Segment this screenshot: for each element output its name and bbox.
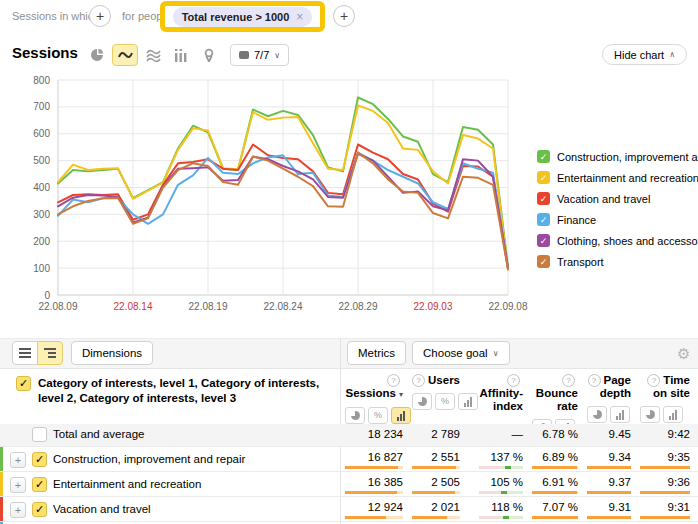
toggle-bars-button[interactable]	[391, 407, 411, 424]
chevron-down-icon: ∨	[274, 51, 280, 60]
chart-title: Sessions	[12, 44, 78, 61]
row-label[interactable]: Vacation and travel	[53, 503, 336, 515]
column-header-label[interactable]: ?Sessions▾	[345, 374, 403, 401]
legend-label: Clothing, shoes and accessories	[557, 235, 698, 247]
check-icon: ✓	[19, 377, 28, 390]
toggle-bars-button[interactable]	[663, 406, 683, 423]
metric-bar-fill	[640, 516, 690, 519]
legend-label: Entertainment and recreation	[557, 172, 698, 184]
row-label[interactable]: Construction, improvement and repair	[53, 453, 336, 465]
metric-bar-fill	[345, 466, 398, 469]
yandex-metrica-report: Sessions in which + for people with Tota…	[0, 0, 698, 524]
legend-checkbox[interactable]: ✓	[537, 192, 550, 205]
legend-label: Transport	[557, 256, 604, 268]
chart-type-stacked-button[interactable]	[140, 44, 166, 66]
settings-gear-icon[interactable]: ⚙	[677, 345, 690, 363]
row-checkbox[interactable]: ✓	[32, 452, 47, 467]
metric-bar-fill	[412, 466, 456, 469]
legend-item[interactable]: ✓ Transport	[537, 251, 698, 272]
toggle-percent-button[interactable]: %	[435, 393, 455, 410]
chart-type-columns-button[interactable]	[168, 44, 194, 66]
dimension-checkbox[interactable]: ✓	[16, 376, 31, 391]
column-header-label[interactable]: ?Bounce rate	[532, 374, 578, 413]
row-label[interactable]: Total and average	[53, 428, 336, 440]
legend-checkbox[interactable]: ✓	[537, 213, 550, 226]
row-checkbox[interactable]: ✓	[32, 477, 47, 492]
choose-goal-button[interactable]: Choose goal ∨	[412, 341, 509, 365]
pie-chart-icon	[90, 48, 104, 62]
metrics-button[interactable]: Metrics	[347, 341, 406, 365]
affinity-index-bar	[479, 466, 523, 469]
toggle-pie-button[interactable]	[345, 407, 365, 424]
view-list-button[interactable]	[12, 341, 38, 365]
row-checkbox[interactable]	[32, 427, 47, 442]
metric-bar	[345, 491, 403, 494]
legend-item[interactable]: ✓ Clothing, shoes and accessories	[537, 230, 698, 251]
metric-bar	[587, 466, 631, 469]
metric-cell: 118 %	[469, 501, 523, 519]
help-icon[interactable]: ?	[507, 374, 520, 387]
chip-close-icon[interactable]: ×	[296, 10, 303, 24]
metric-cell: 12 924	[345, 501, 403, 519]
metric-cell: 9.34	[587, 451, 631, 469]
column-header-label[interactable]: ?Users	[412, 374, 460, 387]
metric-cell: 2 789	[412, 428, 460, 440]
help-icon[interactable]: ?	[562, 374, 575, 387]
chart-type-map-button[interactable]	[196, 44, 222, 66]
table-row[interactable]: + ✓ Construction, improvement and repair…	[0, 446, 698, 471]
table-row[interactable]: + ✓ Entertainment and recreation 16 3852…	[0, 471, 698, 496]
toggle-pie-button[interactable]	[412, 393, 432, 410]
x-axis-label: 22.08.24	[264, 301, 303, 312]
stacked-areas-icon	[146, 49, 161, 62]
metric-value: 137 %	[490, 451, 523, 463]
metric-cell: 9.37	[587, 476, 631, 494]
toggle-pie-button[interactable]	[587, 406, 607, 423]
expand-row-button[interactable]: +	[10, 452, 26, 468]
help-icon[interactable]: ?	[387, 374, 400, 387]
row-checkbox[interactable]: ✓	[32, 502, 47, 517]
expand-row-button[interactable]: +	[10, 502, 26, 518]
legend-checkbox[interactable]: ✓	[537, 171, 550, 184]
series-limit-dropdown[interactable]: 7/7 ∨	[230, 44, 289, 66]
metric-value: 9.45	[609, 428, 631, 440]
series-limit-value: 7/7	[254, 49, 269, 61]
legend-item[interactable]: ✓ Entertainment and recreation	[537, 167, 698, 188]
legend-label: Construction, improvement and repair	[557, 151, 698, 163]
table-row[interactable]: Total and average 18 2342 789—6.78 %9.45…	[0, 424, 698, 446]
metric-cell: 6.91 %	[532, 476, 578, 494]
legend-checkbox[interactable]: ✓	[537, 150, 550, 163]
column-header-label[interactable]: ?Time on site	[640, 374, 690, 400]
metric-bar-fill	[587, 516, 631, 519]
row-color-edge	[0, 497, 3, 521]
y-axis-label: 700	[33, 101, 50, 112]
chart-type-pie-button[interactable]	[84, 44, 110, 66]
x-axis-label: 22.08.14	[114, 301, 153, 312]
legend-checkbox[interactable]: ✓	[537, 255, 550, 268]
column-header-label[interactable]: ?Affinity-index	[469, 374, 523, 413]
toggle-percent-button[interactable]: %	[368, 407, 388, 424]
row-label[interactable]: Entertainment and recreation	[53, 478, 336, 490]
legend-checkbox[interactable]: ✓	[537, 234, 550, 247]
legend-item[interactable]: ✓ Finance	[537, 209, 698, 230]
dimensions-button[interactable]: Dimensions	[71, 341, 153, 365]
affinity-marker	[505, 466, 511, 469]
legend-item[interactable]: ✓ Vacation and travel	[537, 188, 698, 209]
help-icon[interactable]: ?	[647, 374, 660, 387]
chart-type-line-button[interactable]	[112, 44, 138, 66]
view-tree-button[interactable]	[37, 341, 63, 365]
metric-value: 2 551	[431, 451, 460, 463]
column-header-label[interactable]: ?Page depth	[587, 374, 631, 400]
add-people-filter-button[interactable]: +	[333, 5, 355, 27]
toggle-pie-button[interactable]	[640, 406, 660, 423]
table-row[interactable]: + ✓ Vacation and travel 12 9242 021118 %…	[0, 496, 698, 521]
hide-chart-button[interactable]: Hide chart ∧	[602, 44, 687, 65]
add-session-filter-button[interactable]: +	[89, 5, 111, 27]
toggle-bars-button[interactable]	[610, 406, 630, 423]
expand-row-button[interactable]: +	[10, 477, 26, 493]
help-icon[interactable]: ?	[412, 374, 425, 387]
help-icon[interactable]: ?	[588, 374, 601, 387]
y-axis-label: 800	[33, 75, 50, 86]
metric-bar-fill	[532, 466, 577, 469]
filter-chip-total-revenue[interactable]: Total revenue > 1000 ×	[173, 7, 313, 27]
legend-item[interactable]: ✓ Construction, improvement and repair	[537, 146, 698, 167]
